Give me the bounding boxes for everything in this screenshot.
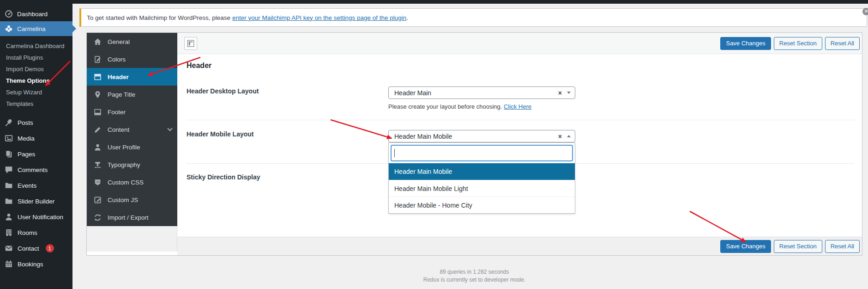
sidebar-item-contact[interactable]: Contact1 <box>0 240 72 256</box>
sidebar-item-user-notification[interactable]: User Notification <box>0 209 72 225</box>
caret-down-icon[interactable] <box>567 92 571 94</box>
sidebar-item-label: Pages <box>18 151 35 158</box>
panel-toggle-icon <box>187 40 194 47</box>
options-menu-item-custom-css[interactable]: CSSCustom CSS <box>87 173 177 191</box>
caret-up-icon[interactable] <box>567 135 571 137</box>
options-menu-item-user-profile[interactable]: User Profile <box>87 138 177 156</box>
page-title: Header <box>187 61 211 70</box>
header-mobile-layout-select[interactable]: Header Main Mobile × <box>388 130 575 142</box>
map-pin-icon <box>94 91 102 98</box>
sidebar-item-rooms[interactable]: Rooms <box>0 225 72 240</box>
sidebar-item-label: Posts <box>18 119 33 126</box>
media-icon <box>5 134 13 142</box>
gauge-icon <box>5 10 13 18</box>
sidebar-item-label: Rooms <box>18 229 37 236</box>
folder-icon <box>5 197 13 205</box>
sidebar-item-posts[interactable]: Posts <box>0 115 72 130</box>
admin-top-bar <box>0 0 868 4</box>
options-menu-item-label: Header <box>108 74 129 80</box>
submenu-item-install-plugins[interactable]: Install Plugins <box>0 52 72 63</box>
redux-stats: 89 queries in 1.282 seconds Redux is cur… <box>86 268 862 284</box>
dropdown-option-header-main-mobile-light[interactable]: Header Main Mobile Light <box>389 180 575 197</box>
submenu-item-carmelina-dashboard[interactable]: Carmelina Dashboard <box>0 40 72 52</box>
options-menu-item-label: Footer <box>108 109 126 116</box>
save-changes-button[interactable]: Save Changes <box>720 37 771 50</box>
submenu-item-theme-options[interactable]: Theme Options <box>0 75 72 86</box>
options-menu-item-label: Typography <box>108 161 140 168</box>
options-menu-item-footer[interactable]: Footer <box>87 103 177 121</box>
circle-x-icon[interactable]: ✕ <box>862 8 868 15</box>
dropdown-option-header-mobile-home-city[interactable]: Header Mobile - Home City <box>389 197 575 213</box>
submenu-item-import-demos[interactable]: Import Demos <box>0 63 72 75</box>
sidebar-item-label: Dashboard <box>17 11 48 18</box>
options-menu-bottom <box>87 226 177 252</box>
sidebar-item-slider-builder[interactable]: Slider Builder <box>0 193 72 209</box>
svg-text:CSS: CSS <box>96 181 100 183</box>
sidebar-item-pages[interactable]: Pages <box>0 146 72 162</box>
sidebar-item-label: Media <box>18 135 35 142</box>
flower-icon <box>5 25 13 33</box>
sync-icon <box>94 214 102 221</box>
sidebar-item-label: Contact <box>18 245 39 252</box>
theme-options-panel: Save Changes Reset Section Reset All Gen… <box>86 32 862 256</box>
sidebar-item-comments[interactable]: Comments <box>0 162 72 178</box>
chevron-down-icon[interactable] <box>167 126 172 131</box>
toolbar-buttons: Save Changes Reset Section Reset All <box>717 37 860 50</box>
dropdown-option-header-main-mobile[interactable]: Header Main Mobile <box>389 163 575 180</box>
sidebar-item-bookings[interactable]: Bookings <box>0 256 72 272</box>
user-icon <box>94 143 102 151</box>
divider <box>187 120 855 120</box>
person-icon <box>5 213 13 221</box>
selected-value: Header Main Mobile <box>394 133 558 140</box>
sidebar-item-events[interactable]: Events <box>0 178 72 193</box>
reset-all-button-bottom[interactable]: Reset All <box>825 240 860 253</box>
queries-stat: 89 queries in 1.282 seconds <box>86 268 862 276</box>
x-clear-icon[interactable]: × <box>558 89 562 97</box>
sidebar-item-dashboard[interactable]: Dashboard <box>0 6 72 21</box>
reset-section-button[interactable]: Reset Section <box>774 37 822 50</box>
unread-count-badge: 1 <box>46 244 54 252</box>
notice-text: To get started with Mailchimp for WordPr… <box>87 14 408 21</box>
sidebar-item-label: User Notification <box>18 214 63 221</box>
footer-icon <box>94 108 102 116</box>
options-menu-item-content[interactable]: Content <box>87 121 177 138</box>
options-menu-item-import-export[interactable]: Import / Export <box>87 209 177 226</box>
colors-icon <box>94 55 102 63</box>
submenu-item-templates[interactable]: Templates <box>0 98 72 110</box>
typography-icon <box>94 161 102 169</box>
folder-icon <box>5 181 13 190</box>
sidebar-item-media[interactable]: Media <box>0 130 72 146</box>
dropdown-search-input[interactable] <box>391 145 573 161</box>
options-menu-item-label: Colors <box>108 56 126 63</box>
options-menu-item-general[interactable]: General <box>87 33 177 50</box>
options-menu-item-page-title[interactable]: Page Title <box>87 86 177 103</box>
sidebar-item-carmelina[interactable]: Carmelina <box>0 21 72 36</box>
submenu-item-setup-wizard[interactable]: Setup Wizard <box>0 86 72 98</box>
x-clear-icon[interactable]: × <box>558 133 562 140</box>
admin-menu: PostsMediaPagesCommentsEventsSlider Buil… <box>0 115 72 272</box>
dev-mode-stat: Redux is currently set to developer mode… <box>86 276 862 284</box>
header-mobile-layout-dropdown: Header Main MobileHeader Main Mobile Lig… <box>388 142 575 214</box>
options-menu-item-colors[interactable]: Colors <box>87 50 177 68</box>
js-icon <box>94 196 102 204</box>
header-desktop-layout-select[interactable]: Header Main × <box>388 86 575 99</box>
field-label-sticky-direction-display: Sticky Direction Display <box>187 173 260 181</box>
field-label-header-mobile-layout: Header Mobile Layout <box>187 130 253 138</box>
options-footer: Save Changes Reset Section Reset All <box>177 237 862 255</box>
options-menu-item-custom-js[interactable]: Custom JS <box>87 191 177 209</box>
options-menu-item-typography[interactable]: Typography <box>87 156 177 173</box>
reset-section-button-bottom[interactable]: Reset Section <box>774 240 822 253</box>
sidebar-item-label: Comments <box>18 166 48 173</box>
selected-value: Header Main <box>394 89 558 97</box>
click-here-link[interactable]: Click Here <box>504 103 531 110</box>
reset-all-button[interactable]: Reset All <box>825 37 860 50</box>
mailchimp-api-key-link[interactable]: enter your Mailchimp API key on the sett… <box>232 14 406 21</box>
home-icon <box>94 38 102 46</box>
text-cursor <box>394 149 395 157</box>
options-menu-item-header[interactable]: Header <box>87 68 177 86</box>
options-menu-item-label: Custom JS <box>108 197 138 203</box>
save-changes-button-bottom[interactable]: Save Changes <box>720 240 771 253</box>
header-icon <box>94 73 102 81</box>
panel-toggle-icon[interactable] <box>184 37 197 50</box>
options-menu-item-label: Content <box>108 126 129 133</box>
